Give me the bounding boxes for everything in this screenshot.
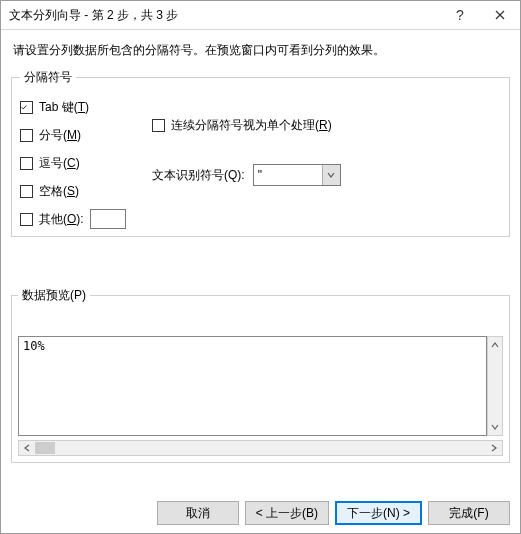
- tab-label: Tab 键(T): [39, 99, 89, 116]
- space-checkbox-row[interactable]: 空格(S): [20, 182, 140, 200]
- combo-dropdown-button[interactable]: [322, 165, 340, 185]
- text-qualifier-combo[interactable]: ": [253, 164, 341, 186]
- consecutive-label: 连续分隔符号视为单个处理(R): [171, 117, 332, 134]
- scroll-down-icon[interactable]: [488, 419, 502, 435]
- comma-checkbox-row[interactable]: 逗号(C): [20, 154, 140, 172]
- other-checkbox-row[interactable]: 其他(O):: [20, 210, 140, 228]
- comma-checkbox[interactable]: [20, 157, 33, 170]
- comma-label: 逗号(C): [39, 155, 80, 172]
- dialog-window: 文本分列向导 - 第 2 步，共 3 步 ? 请设置分列数据所包含的分隔符号。在…: [0, 0, 521, 534]
- other-delimiter-input[interactable]: [90, 209, 126, 229]
- tab-checkbox-row[interactable]: Tab 键(T): [20, 98, 140, 116]
- scroll-thumb[interactable]: [35, 442, 55, 454]
- qualifier-value: ": [254, 166, 322, 184]
- semicolon-label: 分号(M): [39, 127, 81, 144]
- button-bar: 取消 < 上一步(B) 下一步(N) > 完成(F): [1, 501, 520, 525]
- qualifier-label: 文本识别符号(Q):: [152, 167, 245, 184]
- semicolon-checkbox-row[interactable]: 分号(M): [20, 126, 140, 144]
- tab-checkbox[interactable]: [20, 101, 33, 114]
- scroll-up-icon[interactable]: [488, 337, 502, 353]
- space-label: 空格(S): [39, 183, 79, 200]
- preview-content: 10%: [18, 336, 487, 436]
- dialog-body: 请设置分列数据所包含的分隔符号。在预览窗口内可看到分列的效果。 分隔符号 Tab…: [1, 30, 520, 463]
- close-button[interactable]: [480, 1, 520, 29]
- back-button[interactable]: < 上一步(B): [245, 501, 329, 525]
- scroll-left-icon[interactable]: [19, 441, 35, 455]
- title-bar: 文本分列向导 - 第 2 步，共 3 步 ?: [1, 1, 520, 30]
- other-checkbox[interactable]: [20, 213, 33, 226]
- check-icon: [21, 102, 27, 113]
- window-title: 文本分列向导 - 第 2 步，共 3 步: [9, 7, 440, 24]
- cancel-button[interactable]: 取消: [157, 501, 239, 525]
- semicolon-checkbox[interactable]: [20, 129, 33, 142]
- consecutive-checkbox-row[interactable]: 连续分隔符号视为单个处理(R): [152, 116, 501, 134]
- description-text: 请设置分列数据所包含的分隔符号。在预览窗口内可看到分列的效果。: [13, 42, 510, 59]
- consecutive-checkbox[interactable]: [152, 119, 165, 132]
- vertical-scrollbar[interactable]: [487, 336, 503, 436]
- data-preview-group: 数据预览(P) 10%: [11, 287, 510, 463]
- close-icon: [495, 10, 505, 20]
- finish-button[interactable]: 完成(F): [428, 501, 510, 525]
- scroll-right-icon[interactable]: [486, 441, 502, 455]
- help-button[interactable]: ?: [440, 1, 480, 29]
- other-label: 其他(O):: [39, 211, 84, 228]
- delimiters-legend: 分隔符号: [20, 69, 76, 86]
- delimiters-group: 分隔符号 Tab 键(T) 分号(M) 逗号(C): [11, 69, 510, 237]
- chevron-down-icon: [327, 171, 335, 179]
- preview-legend: 数据预览(P): [18, 287, 90, 304]
- horizontal-scrollbar[interactable]: [18, 440, 503, 456]
- space-checkbox[interactable]: [20, 185, 33, 198]
- preview-text: 10%: [23, 339, 45, 353]
- next-button[interactable]: 下一步(N) >: [335, 501, 422, 525]
